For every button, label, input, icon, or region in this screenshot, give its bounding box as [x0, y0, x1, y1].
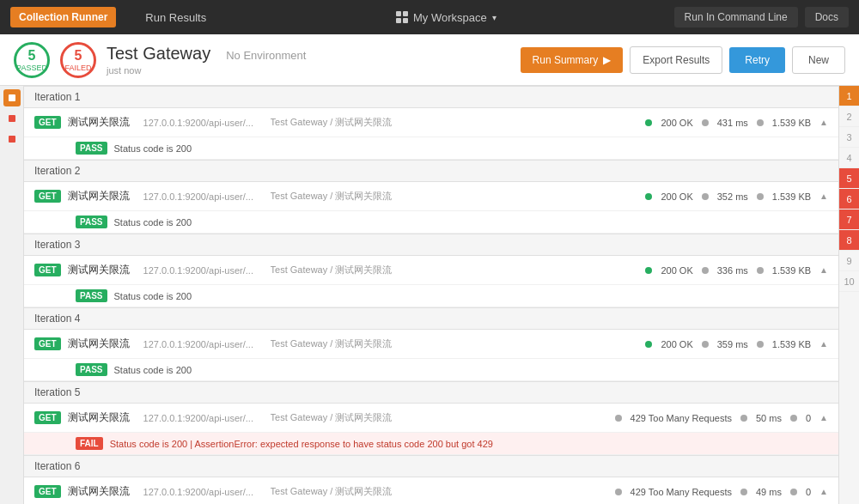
- request-url: 127.0.0.1:9200/api-user/...: [143, 118, 264, 128]
- method-badge: GET: [34, 411, 61, 424]
- request-stats: 429 Too Many Requests 49 ms 0 ▲: [615, 487, 828, 497]
- pass-row: PASS Status code is 200: [24, 211, 838, 234]
- request-path: Test Gateway / 测试网关限流: [271, 190, 639, 203]
- pass-row: PASS Status code is 200: [24, 137, 838, 160]
- request-path: Test Gateway / 测试网关限流: [271, 337, 639, 350]
- size-dot: [790, 489, 797, 495]
- request-row[interactable]: GET 测试网关限流 127.0.0.1:9200/api-user/... T…: [24, 477, 838, 504]
- page-num-2[interactable]: 2: [839, 106, 859, 127]
- size-text: 1.539 KB: [772, 118, 811, 128]
- status-text: 429 Too Many Requests: [631, 487, 732, 497]
- run-time: just now: [107, 65, 510, 76]
- retry-button[interactable]: Retry: [729, 47, 785, 73]
- expand-arrow-icon[interactable]: ▲: [819, 191, 828, 201]
- size-text: 1.539 KB: [772, 191, 811, 202]
- nav-center: My Workspace ▾: [218, 11, 673, 24]
- page-num-1[interactable]: 1: [839, 86, 859, 106]
- pass-row: PASS Status code is 200: [24, 285, 838, 307]
- request-row[interactable]: GET 测试网关限流 127.0.0.1:9200/api-user/... T…: [24, 108, 838, 137]
- request-stats: 200 OK 352 ms 1.539 KB ▲: [645, 191, 828, 202]
- request-url: 127.0.0.1:9200/api-user/...: [143, 487, 264, 497]
- size-text: 1.539 KB: [772, 339, 811, 349]
- expand-arrow-icon[interactable]: ▲: [819, 118, 828, 127]
- page-num-4[interactable]: 4: [839, 148, 859, 168]
- failed-badge: 5 FAILED: [60, 42, 96, 78]
- time-text: 50 ms: [756, 413, 782, 423]
- request-stats: 200 OK 431 ms 1.539 KB ▲: [645, 118, 828, 128]
- request-path: Test Gateway / 测试网关限流: [271, 485, 608, 498]
- expand-arrow-icon[interactable]: ▲: [819, 487, 828, 496]
- request-row[interactable]: GET 测试网关限流 127.0.0.1:9200/api-user/... T…: [24, 404, 838, 433]
- fail-badge: FAIL: [76, 437, 103, 450]
- expand-arrow-icon[interactable]: ▲: [819, 339, 828, 349]
- new-button[interactable]: New: [792, 46, 845, 74]
- status-dot: [615, 415, 622, 422]
- workspace-button[interactable]: My Workspace ▾: [396, 11, 497, 24]
- page-num-3[interactable]: 3: [839, 127, 859, 148]
- time-text: 336 ms: [717, 265, 748, 276]
- method-badge: GET: [34, 190, 61, 203]
- passed-label: PASSED: [16, 64, 47, 72]
- expand-arrow-icon[interactable]: ▲: [819, 265, 828, 275]
- status-text: 200 OK: [661, 191, 692, 202]
- request-stats: 429 Too Many Requests 50 ms 0 ▲: [615, 413, 828, 423]
- pass-badge: PASS: [76, 289, 107, 302]
- docs-button[interactable]: Docs: [805, 7, 849, 27]
- expand-arrow-icon[interactable]: ▲: [819, 413, 828, 422]
- size-dot: [757, 267, 764, 274]
- fail-text: Status code is 200 | AssertionError: exp…: [110, 439, 493, 449]
- header-meta: Test Gateway No Environment just now: [107, 44, 510, 76]
- size-text: 0: [806, 413, 811, 423]
- page-num-6[interactable]: 6: [839, 189, 859, 209]
- results-content: Iteration 1 GET 测试网关限流 127.0.0.1:9200/ap…: [24, 86, 838, 504]
- request-row[interactable]: GET 测试网关限流 127.0.0.1:9200/api-user/... T…: [24, 256, 838, 285]
- status-text: 200 OK: [661, 118, 692, 128]
- request-url: 127.0.0.1:9200/api-user/...: [143, 339, 264, 349]
- time-dot: [702, 267, 709, 274]
- request-row[interactable]: GET 测试网关限流 127.0.0.1:9200/api-user/... T…: [24, 182, 838, 211]
- size-text: 0: [806, 487, 811, 497]
- page-num-8[interactable]: 8: [839, 230, 859, 251]
- request-name: 测试网关限流: [68, 115, 137, 130]
- request-path: Test Gateway / 测试网关限流: [271, 264, 639, 276]
- nav-right: Run In Command Line Docs: [674, 7, 849, 27]
- export-results-button[interactable]: Export Results: [630, 46, 722, 74]
- passed-count: 5: [28, 48, 36, 64]
- time-dot: [702, 119, 709, 126]
- request-row[interactable]: GET 测试网关限流 127.0.0.1:9200/api-user/... T…: [24, 330, 838, 359]
- time-dot: [740, 489, 747, 495]
- time-text: 352 ms: [717, 191, 748, 202]
- run-command-line-button[interactable]: Run In Command Line: [674, 7, 798, 27]
- pass-text: Status code is 200: [114, 217, 192, 228]
- status-dot: [645, 193, 652, 200]
- pass-text: Status code is 200: [114, 365, 192, 375]
- iteration-header-4: Iteration 4: [24, 307, 838, 330]
- status-text: 200 OK: [661, 339, 692, 349]
- request-stats: 200 OK 359 ms 1.539 KB ▲: [645, 339, 828, 349]
- size-dot: [757, 119, 764, 126]
- method-badge: GET: [34, 485, 61, 498]
- time-text: 431 ms: [717, 118, 748, 128]
- arrow-right-icon: ▶: [603, 54, 611, 66]
- right-sidebar: 12345678910: [838, 86, 859, 504]
- sidebar-icon-3[interactable]: [3, 131, 21, 148]
- request-name: 测试网关限流: [68, 484, 137, 499]
- page-num-9[interactable]: 9: [839, 251, 859, 271]
- request-name: 测试网关限流: [68, 263, 137, 277]
- pass-text: Status code is 200: [114, 143, 192, 154]
- left-sidebar: [0, 86, 24, 504]
- sidebar-icon-1[interactable]: [3, 89, 21, 106]
- time-text: 49 ms: [756, 487, 782, 497]
- request-name: 测试网关限流: [68, 337, 137, 351]
- time-text: 359 ms: [717, 339, 748, 349]
- time-dot: [702, 341, 709, 348]
- passed-badge: 5 PASSED: [14, 42, 50, 78]
- page-num-10[interactable]: 10: [839, 271, 859, 292]
- run-results-link[interactable]: Run Results: [133, 0, 218, 34]
- page-num-5[interactable]: 5: [839, 168, 859, 189]
- sidebar-icon-2[interactable]: [3, 110, 21, 127]
- time-dot: [740, 415, 747, 422]
- iteration-header-5: Iteration 5: [24, 381, 838, 404]
- page-num-7[interactable]: 7: [839, 209, 859, 230]
- run-summary-button[interactable]: Run Summary ▶: [521, 47, 624, 73]
